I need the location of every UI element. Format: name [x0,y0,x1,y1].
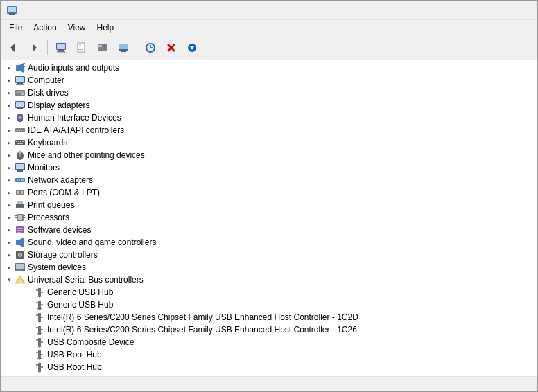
tree-item-disk[interactable]: ▸Disk drives [1,87,537,99]
device-label-usb_root: Universal Serial Bus controllers [28,275,144,285]
tree-item-display[interactable]: ▸Display adapters [1,99,537,112]
tree-item-ide[interactable]: ▸IDE ATA/ATAPI controllers [1,124,537,136]
tree-item-computer[interactable]: ▸Computer [1,74,537,87]
svg-rect-18 [98,48,106,48]
svg-rect-110 [36,339,38,341]
tree-item-ports[interactable]: ▸Ports (COM & LPT) [1,186,537,199]
svg-rect-114 [36,352,38,353]
tree-item-monitors[interactable]: ▸Monitors [1,161,537,174]
svg-marker-5 [33,44,37,52]
svg-rect-99 [41,304,43,305]
properties-button[interactable]: ? [72,38,92,57]
svg-marker-104 [37,321,42,323]
device-label-usb3: Intel(R) 6 Series/C200 Series Chipset Fa… [47,312,358,322]
tree-item-usb7[interactable]: USB Root Hub [1,361,537,373]
device-icon-monitors [15,162,26,173]
device-label-keyboards: Keyboards [28,138,67,148]
toolbar-sep-2 [137,40,137,55]
tree-item-system[interactable]: ▸System devices [1,261,537,274]
svg-rect-105 [38,326,41,333]
device-tree[interactable]: ▸Audio inputs and outputs▸Computer▸Disk … [1,60,537,376]
svg-rect-89 [17,270,19,271]
tree-item-mice[interactable]: ▸Mice and other pointing devices [1,149,537,161]
svg-rect-117 [38,363,41,371]
tree-item-hid[interactable]: ▸Human Interface Devices [1,112,537,124]
menu-action[interactable]: Action [28,20,62,35]
expand-icon-usb3 [23,312,34,323]
tree-item-usb_root[interactable]: ▾Universal Serial Bus controllers [1,274,537,286]
menu-help[interactable]: Help [92,20,120,35]
expand-icon-usb6 [23,349,34,360]
device-label-disk: Disk drives [28,88,69,98]
device-label-storage: Storage controllers [28,250,98,260]
tree-item-usb1[interactable]: Generic USB Hub [1,286,537,299]
svg-rect-47 [21,130,22,131]
device-label-usb6: USB Root Hub [47,350,102,359]
device-icon-usb_root [15,274,26,285]
tree-item-usb5[interactable]: USB Composite Device [1,336,537,348]
tree-item-network[interactable]: ▸Network adapters [1,174,537,186]
expand-icon-ports: ▸ [3,187,15,198]
svg-rect-106 [36,327,38,328]
device-icon-sound [15,237,26,248]
scan-button[interactable] [141,38,160,57]
update-button[interactable] [182,38,202,57]
svg-rect-39 [16,102,24,107]
tree-item-keyboards[interactable]: ▸Keyboards [1,136,537,149]
tree-item-audio[interactable]: ▸Audio inputs and outputs [1,62,537,74]
menu-bar: File Action View Help [1,20,537,35]
svg-marker-120 [37,371,42,373]
menu-file[interactable]: File [3,20,28,35]
svg-rect-119 [41,366,43,368]
close-button[interactable] [512,3,532,18]
expand-icon-print: ▸ [3,199,15,211]
tree-item-usb3[interactable]: Intel(R) 6 Series/C200 Series Chipset Fa… [1,311,537,323]
svg-rect-60 [16,172,24,172]
menu-view[interactable]: View [62,20,92,35]
svg-rect-101 [38,313,41,321]
svg-rect-80 [17,230,23,231]
svg-rect-1 [8,7,16,12]
svg-rect-98 [36,302,38,303]
title-bar [1,1,537,20]
svg-rect-45 [17,130,18,131]
device-label-ports: Ports (COM & LPT) [28,188,100,197]
tree-item-storage[interactable]: ▸Storage controllers [1,249,537,261]
disable-button[interactable] [162,38,181,57]
computer-button[interactable] [51,38,71,57]
expand-icon-monitors: ▸ [3,162,15,173]
device-icon-mice [15,150,26,161]
tree-item-processors[interactable]: ▸Processors [1,211,537,224]
restore-button[interactable] [492,3,511,18]
tree-item-usb2[interactable]: Generic USB Hub [1,299,537,311]
device-icon-usb6 [34,349,45,360]
tree-item-print[interactable]: ▸Print queues [1,199,537,211]
device-icon-computer [15,75,26,86]
device-label-system: System devices [28,262,86,272]
svg-rect-2 [9,13,15,15]
expand-icon-usb4 [23,324,34,335]
svg-marker-100 [37,308,42,310]
expand-icon-usb1 [23,287,34,298]
tree-item-usb4[interactable]: Intel(R) 6 Series/C200 Series Chipset Fa… [1,323,537,336]
svg-line-29 [24,63,25,64]
svg-rect-53 [17,143,23,144]
svg-rect-115 [41,354,43,355]
tree-item-sound[interactable]: ▸Sound, video and game controllers [1,236,537,249]
back-button[interactable] [3,38,23,57]
svg-rect-118 [36,364,38,366]
device-icon-audio [15,62,26,73]
expand-icon-usb7 [23,362,34,373]
expand-icon-mice: ▸ [3,150,15,161]
device-label-usb7: USB Root Hub [47,362,102,372]
forward-button[interactable] [24,38,44,57]
monitor-button[interactable] [114,38,133,57]
driver-button[interactable] [93,38,112,57]
minimize-button[interactable] [471,3,490,18]
window-controls [471,3,532,18]
tree-item-usb6[interactable]: USB Root Hub [1,348,537,361]
tree-item-software[interactable]: ▸Software devices [1,224,537,236]
device-label-display: Display adapters [28,100,89,110]
svg-marker-108 [37,333,42,335]
svg-rect-111 [41,341,43,343]
